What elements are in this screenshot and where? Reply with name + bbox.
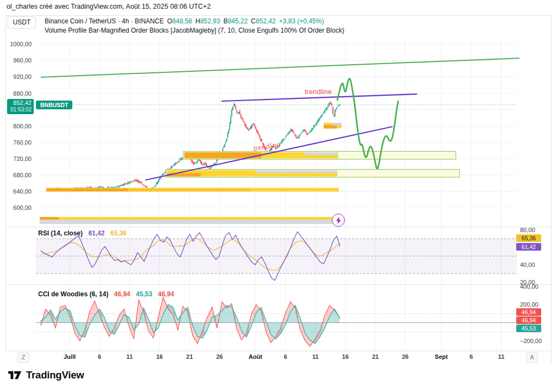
cci-badge-2: 46,94 bbox=[516, 316, 541, 324]
cci-header: CCI de Woodies (6, 14) 46,94 45,53 46,94 bbox=[38, 290, 174, 298]
low-label: B bbox=[224, 17, 228, 25]
cci-axis-tick: 400,00 bbox=[520, 283, 539, 290]
change-value: +3,83 (+0,45%) bbox=[279, 17, 324, 25]
time-tick-label: 16 bbox=[342, 353, 349, 360]
time-tick-label: Août bbox=[249, 353, 262, 360]
symbol-title: Binance Coin / TetherUS · 4h · BINANCE bbox=[45, 17, 164, 25]
price-tick-label: 680,00 bbox=[3, 172, 32, 178]
cci-badge-1: 46,94 bbox=[516, 308, 541, 316]
trendline-label-upper[interactable]: trendline bbox=[305, 88, 332, 96]
price-tick-label: 800,00 bbox=[3, 123, 32, 129]
time-tick-label: 21 bbox=[372, 353, 379, 360]
timezone-button[interactable]: Z bbox=[17, 352, 29, 363]
open-value: 848,58 bbox=[172, 17, 193, 25]
adjust-button[interactable]: A bbox=[526, 352, 538, 363]
price-tick-label: 920,00 bbox=[3, 73, 32, 80]
rsi-ma-value: 65,36 bbox=[110, 229, 127, 237]
time-tick-label: 6 bbox=[284, 353, 287, 360]
time-tick-label: 26 bbox=[216, 353, 222, 360]
attribution-text: ol_charles créé avec TradingView.com, Ao… bbox=[7, 3, 211, 10]
time-tick-label: 26 bbox=[402, 353, 409, 360]
time-axis[interactable]: Z A bbox=[5, 351, 550, 363]
currency-box[interactable]: USDT bbox=[8, 16, 36, 29]
high-label: H bbox=[195, 17, 200, 25]
time-tick-label: 16 bbox=[156, 353, 163, 360]
rsi-header: RSI (14, close) 61,42 65,36 bbox=[38, 229, 127, 237]
cci-badge-3: 45,53 bbox=[516, 325, 541, 332]
tradingview-logo-mark bbox=[8, 369, 22, 382]
cci-label: CCI de Woodies (6, 14) bbox=[38, 290, 108, 298]
chart-canvas[interactable] bbox=[0, 0, 557, 392]
price-tick-label: 640,00 bbox=[3, 188, 32, 195]
time-tick-label: 11 bbox=[126, 353, 133, 360]
tradingview-logo[interactable]: TradingView bbox=[8, 369, 84, 382]
rsi-value: 61,42 bbox=[88, 229, 104, 237]
price-tick-label: 720,00 bbox=[3, 155, 32, 162]
price-tick-label: 1000,00 bbox=[3, 41, 32, 47]
bar-countdown: 01:53:02 bbox=[7, 107, 32, 113]
symbol-tag: BNBUSDT bbox=[36, 101, 72, 109]
cci-value-2: 45,53 bbox=[136, 290, 152, 298]
rsi-value-badge: 61,42 bbox=[516, 243, 541, 251]
high-value: 852,93 bbox=[200, 17, 220, 25]
time-tick-label: 11 bbox=[312, 353, 319, 360]
cci-axis-tick: 200,00 bbox=[520, 301, 539, 308]
cci-axis-tick: −200,00 bbox=[520, 338, 542, 344]
tradingview-chart-page: ol_charles créé avec TradingView.com, Ao… bbox=[0, 0, 557, 392]
cci-value-1: 46,94 bbox=[114, 290, 130, 298]
rsi-axis-tick: 80,00 bbox=[520, 227, 535, 233]
tradingview-logo-text: TradingView bbox=[26, 369, 84, 381]
rsi-ma-badge: 65,36 bbox=[516, 234, 541, 242]
time-tick-label: 21 bbox=[186, 353, 193, 360]
price-tick-label: 960,00 bbox=[3, 57, 32, 64]
cci-value-3: 46,94 bbox=[158, 290, 174, 298]
open-label: O bbox=[167, 17, 172, 25]
rsi-label: RSI (14, close) bbox=[38, 229, 83, 237]
close-label: C bbox=[251, 17, 256, 25]
close-value: 852,42 bbox=[256, 17, 276, 25]
rsi-axis-tick: 40,00 bbox=[520, 262, 535, 268]
time-tick-label: 6 bbox=[469, 353, 473, 360]
current-price-badge: 852,42 01:53:02 bbox=[7, 99, 34, 114]
current-price-value: 852,42 bbox=[7, 99, 32, 107]
price-tick-label: 600,00 bbox=[3, 204, 32, 211]
time-tick-label: Juill bbox=[64, 353, 76, 360]
price-tick-label: 880,00 bbox=[3, 90, 32, 97]
low-value: 845,22 bbox=[228, 17, 248, 25]
lightning-icon[interactable] bbox=[332, 214, 345, 227]
time-tick-label: Sept bbox=[435, 353, 448, 360]
time-tick-label: 11 bbox=[498, 353, 505, 360]
symbol-legend: Binance Coin / TetherUS · 4h · BINANCEO8… bbox=[45, 17, 324, 25]
indicator-legend: Volume Profile Bar-Magnified Order Block… bbox=[45, 27, 344, 34]
price-tick-label: 760,00 bbox=[3, 139, 32, 146]
time-tick-label: 6 bbox=[98, 353, 101, 360]
